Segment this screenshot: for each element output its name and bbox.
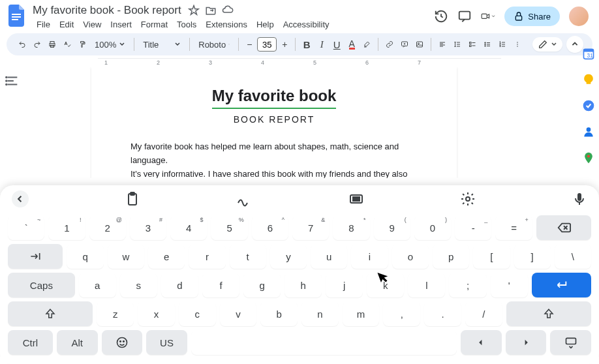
docs-app-icon[interactable] bbox=[8, 4, 26, 27]
key-l[interactable]: l bbox=[408, 273, 445, 297]
share-button[interactable]: Share bbox=[504, 7, 560, 26]
style-dropdown[interactable]: Title bbox=[139, 37, 185, 52]
key-h[interactable]: h bbox=[284, 273, 322, 297]
key-4[interactable]: 4$ bbox=[170, 215, 207, 240]
collapse-toolbar-icon[interactable] bbox=[566, 36, 583, 53]
key-/[interactable]: / bbox=[465, 301, 502, 326]
key-shift-right[interactable] bbox=[506, 301, 591, 326]
key-k[interactable]: k bbox=[367, 273, 404, 297]
key-arrow-left[interactable] bbox=[461, 330, 502, 355]
document-title[interactable]: My favorite book - Book report bbox=[33, 4, 181, 17]
keep-app-icon[interactable] bbox=[582, 73, 595, 86]
key-backspace[interactable] bbox=[536, 215, 591, 240]
key-language[interactable]: US bbox=[146, 330, 187, 355]
more-icon[interactable] bbox=[511, 38, 524, 51]
key-space[interactable] bbox=[191, 330, 457, 355]
mic-icon[interactable] bbox=[572, 191, 587, 207]
key-5[interactable]: 5% bbox=[211, 215, 247, 240]
checklist-icon[interactable] bbox=[466, 38, 479, 51]
zoom-dropdown[interactable]: 100% bbox=[91, 37, 129, 52]
font-size-input[interactable]: 35 bbox=[257, 37, 277, 52]
key-s[interactable]: s bbox=[120, 273, 157, 297]
key-8[interactable]: 8* bbox=[333, 215, 369, 240]
key-1[interactable]: 1! bbox=[48, 215, 85, 240]
key-r[interactable]: r bbox=[189, 244, 225, 269]
key-=[interactable]: =+ bbox=[495, 215, 532, 240]
align-icon[interactable] bbox=[436, 38, 449, 51]
key-p[interactable]: p bbox=[433, 244, 469, 269]
cloud-status-icon[interactable] bbox=[222, 5, 234, 16]
document-outline-icon[interactable] bbox=[5, 74, 20, 88]
key-9[interactable]: 9( bbox=[374, 215, 410, 240]
text-color-icon[interactable]: A bbox=[345, 38, 358, 51]
meet-icon[interactable] bbox=[481, 9, 495, 23]
key-hide-keyboard[interactable] bbox=[550, 330, 591, 355]
contacts-app-icon[interactable] bbox=[582, 125, 595, 138]
menu-insert[interactable]: Insert bbox=[106, 18, 136, 31]
print-icon[interactable] bbox=[46, 38, 59, 51]
insert-link-icon[interactable] bbox=[383, 38, 396, 51]
key-o[interactable]: o bbox=[392, 244, 429, 269]
numbered-list-icon[interactable]: 123 bbox=[496, 38, 509, 51]
key-[[interactable]: [ bbox=[473, 244, 510, 269]
star-icon[interactable] bbox=[188, 5, 200, 16]
key-6[interactable]: 6^ bbox=[252, 215, 288, 240]
underline-icon[interactable]: U bbox=[330, 38, 343, 51]
key-x[interactable]: x bbox=[138, 301, 175, 326]
horizontal-ruler[interactable]: 1 2 3 4 5 6 7 bbox=[98, 58, 501, 67]
key-alt[interactable]: Alt bbox=[57, 330, 98, 355]
redo-icon[interactable] bbox=[31, 38, 44, 51]
key-y[interactable]: y bbox=[270, 244, 307, 269]
key--[interactable]: -_ bbox=[455, 215, 491, 240]
floating-keyboard-icon[interactable] bbox=[348, 191, 364, 207]
history-icon[interactable] bbox=[434, 9, 448, 23]
key-q[interactable]: q bbox=[67, 244, 103, 269]
paint-format-icon[interactable] bbox=[76, 38, 89, 51]
line-spacing-icon[interactable] bbox=[451, 38, 464, 51]
keyboard-back-icon[interactable] bbox=[12, 190, 29, 207]
key-e[interactable]: e bbox=[148, 244, 185, 269]
move-icon[interactable] bbox=[205, 5, 217, 16]
font-dropdown[interactable]: Roboto bbox=[194, 37, 234, 52]
key-f[interactable]: f bbox=[202, 273, 239, 297]
key-;[interactable]: ; bbox=[449, 273, 486, 297]
key-d[interactable]: d bbox=[161, 273, 198, 297]
key-caps[interactable]: Caps bbox=[8, 273, 75, 297]
key-tab[interactable] bbox=[8, 244, 63, 269]
bulleted-list-icon[interactable] bbox=[481, 38, 494, 51]
settings-icon[interactable] bbox=[460, 191, 476, 207]
key-`[interactable]: `~ bbox=[8, 215, 44, 240]
key-u[interactable]: u bbox=[311, 244, 347, 269]
key-][interactable]: ] bbox=[514, 244, 551, 269]
key-arrow-right[interactable] bbox=[506, 330, 547, 355]
font-size-increase[interactable]: + bbox=[279, 38, 290, 50]
key-enter[interactable] bbox=[532, 273, 591, 297]
highlight-icon[interactable] bbox=[360, 38, 373, 51]
clipboard-icon[interactable] bbox=[125, 191, 140, 207]
menu-view[interactable]: View bbox=[79, 18, 105, 31]
menu-extensions[interactable]: Extensions bbox=[202, 18, 251, 31]
key-i[interactable]: i bbox=[351, 244, 388, 269]
document-page[interactable]: My favorite book BOOK REPORT My favorite… bbox=[91, 67, 457, 178]
insert-comment-icon[interactable] bbox=[398, 38, 411, 51]
maps-app-icon[interactable] bbox=[582, 151, 595, 164]
key-.[interactable]: . bbox=[424, 301, 461, 326]
menu-tools[interactable]: Tools bbox=[173, 18, 200, 31]
key-w[interactable]: w bbox=[108, 244, 144, 269]
undo-icon[interactable] bbox=[16, 38, 29, 51]
menu-help[interactable]: Help bbox=[253, 18, 278, 31]
font-size-decrease[interactable]: − bbox=[243, 38, 255, 50]
key-2[interactable]: 2@ bbox=[89, 215, 126, 240]
menu-edit[interactable]: Edit bbox=[55, 18, 78, 31]
menu-format[interactable]: Format bbox=[137, 18, 172, 31]
key-'[interactable]: ' bbox=[491, 273, 528, 297]
key-a[interactable]: a bbox=[79, 273, 116, 297]
key-z[interactable]: z bbox=[97, 301, 134, 326]
menu-accessibility[interactable]: Accessibility bbox=[279, 18, 333, 31]
key-t[interactable]: t bbox=[230, 244, 266, 269]
key-3[interactable]: 3# bbox=[130, 215, 166, 240]
handwriting-icon[interactable] bbox=[236, 191, 252, 207]
key-,[interactable]: , bbox=[383, 301, 420, 326]
key-v[interactable]: v bbox=[220, 301, 257, 326]
key-ctrl[interactable]: Ctrl bbox=[8, 330, 53, 355]
